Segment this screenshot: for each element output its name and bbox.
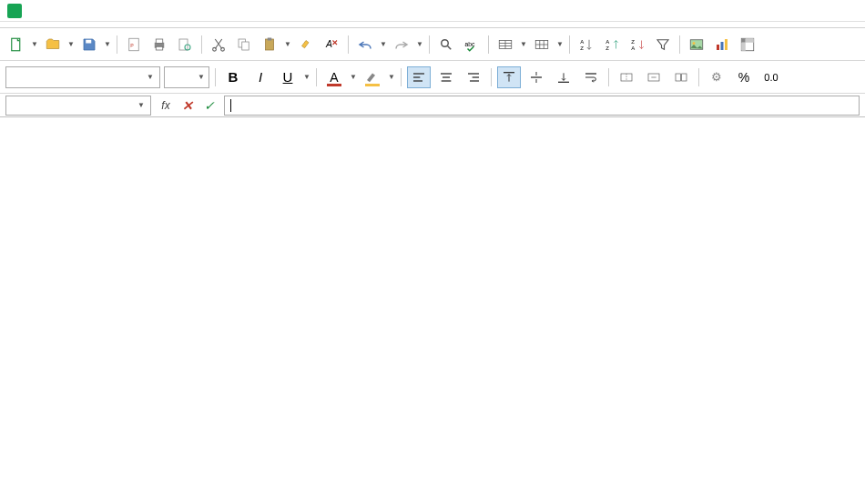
svg-rect-40	[746, 38, 754, 43]
sort-asc-button[interactable]: AZ	[601, 34, 623, 55]
svg-text:A: A	[606, 38, 609, 44]
svg-text:abc: abc	[465, 40, 476, 46]
svg-point-16	[442, 39, 449, 46]
wrap-text-button[interactable]	[579, 66, 603, 88]
redo-dropdown[interactable]: ▼	[416, 34, 423, 55]
svg-text:Z: Z	[606, 45, 609, 51]
svg-point-9	[213, 47, 217, 51]
svg-text:A: A	[580, 38, 584, 44]
svg-rect-5	[156, 39, 163, 44]
merge-across-button[interactable]	[642, 66, 666, 88]
italic-button[interactable]: I	[249, 66, 272, 88]
chevron-down-icon: ▼	[198, 73, 205, 81]
pivot-button[interactable]	[737, 34, 758, 55]
print-preview-button[interactable]	[174, 34, 196, 55]
cancel-button[interactable]: ✕	[177, 96, 198, 116]
align-bottom-button[interactable]	[552, 66, 575, 88]
chevron-down-icon: ▼	[137, 101, 145, 109]
accept-button[interactable]: ✓	[198, 96, 220, 116]
svg-text:P: P	[130, 43, 134, 48]
svg-rect-38	[741, 38, 746, 43]
svg-rect-14	[268, 37, 272, 40]
svg-rect-57	[676, 74, 680, 81]
sort-desc-button[interactable]: ZA	[626, 34, 648, 55]
formula-bar: ▼ fx ✕ ✓	[0, 94, 865, 117]
app-icon	[7, 4, 22, 18]
copy-button[interactable]	[233, 34, 255, 55]
svg-text:Z: Z	[631, 38, 635, 44]
clear-formatting-button[interactable]: A	[321, 34, 342, 55]
unmerge-button[interactable]	[669, 66, 693, 88]
font-color-button[interactable]: A	[322, 66, 346, 88]
spellcheck-button[interactable]: abc	[461, 34, 483, 55]
new-file-button[interactable]	[5, 34, 27, 55]
column-dropdown[interactable]: ▼	[556, 34, 564, 55]
titlebar	[0, 0, 865, 22]
print-button[interactable]	[148, 34, 170, 55]
svg-text:A: A	[631, 45, 635, 51]
font-name-combo[interactable]: ▼	[5, 66, 160, 88]
align-center-button[interactable]	[434, 66, 458, 88]
svg-rect-6	[156, 46, 163, 50]
formula-input[interactable]	[224, 96, 860, 116]
row-button[interactable]	[494, 34, 516, 55]
svg-text:A: A	[325, 38, 332, 49]
svg-rect-13	[266, 39, 274, 50]
svg-rect-39	[741, 42, 746, 50]
autofilter-button[interactable]	[652, 34, 674, 55]
align-top-button[interactable]	[497, 66, 521, 88]
svg-rect-1	[86, 39, 91, 43]
highlight-dropdown[interactable]: ▼	[388, 66, 395, 88]
function-wizard-button[interactable]: fx	[155, 96, 177, 116]
chevron-down-icon: ▼	[147, 73, 154, 81]
svg-rect-34	[717, 45, 719, 50]
save-dropdown[interactable]: ▼	[104, 34, 111, 55]
svg-text:Z: Z	[580, 45, 584, 51]
menubar	[0, 22, 865, 28]
open-button[interactable]	[42, 34, 64, 55]
export-pdf-button[interactable]: P	[123, 34, 145, 55]
underline-button[interactable]: U	[276, 66, 300, 88]
align-left-button[interactable]	[407, 66, 431, 88]
highlight-button[interactable]	[361, 66, 384, 88]
spreadsheet-grid[interactable]	[0, 117, 865, 134]
align-middle-button[interactable]	[524, 66, 548, 88]
percent-button[interactable]: %	[732, 66, 756, 88]
format-toolbar: ▼ ▼ B I U ▼ A ▼ ▼ ⚙ % 0.0	[0, 61, 865, 94]
insert-image-button[interactable]	[686, 34, 707, 55]
redo-button[interactable]	[391, 34, 412, 55]
svg-rect-58	[682, 74, 687, 81]
svg-point-33	[693, 42, 696, 45]
new-dropdown[interactable]: ▼	[31, 34, 38, 55]
currency-button[interactable]: ⚙	[705, 66, 728, 88]
svg-rect-36	[725, 39, 728, 50]
align-right-button[interactable]	[462, 66, 485, 88]
insert-chart-button[interactable]	[711, 34, 733, 55]
underline-dropdown[interactable]: ▼	[303, 66, 310, 88]
number-button[interactable]: 0.0	[759, 66, 783, 88]
paste-button[interactable]	[259, 34, 280, 55]
row-dropdown[interactable]: ▼	[520, 34, 527, 55]
find-button[interactable]	[435, 34, 457, 55]
column-button[interactable]	[531, 34, 553, 55]
undo-dropdown[interactable]: ▼	[380, 34, 387, 55]
svg-rect-35	[721, 42, 724, 50]
open-dropdown[interactable]: ▼	[67, 34, 75, 55]
clone-formatting-button[interactable]	[295, 34, 317, 55]
sort-button[interactable]: AZ	[575, 34, 597, 55]
merge-cells-button[interactable]	[615, 66, 638, 88]
undo-button[interactable]	[354, 34, 376, 55]
bold-button[interactable]: B	[221, 66, 245, 88]
font-size-combo[interactable]: ▼	[164, 66, 209, 88]
standard-toolbar: ▼ ▼ ▼ P ▼ A ▼ ▼ abc ▼ ▼ AZ AZ ZA	[0, 28, 865, 61]
save-button[interactable]	[78, 34, 100, 55]
paste-dropdown[interactable]: ▼	[284, 34, 291, 55]
cut-button[interactable]	[208, 34, 229, 55]
font-color-dropdown[interactable]: ▼	[350, 66, 357, 88]
svg-point-10	[221, 47, 225, 51]
name-box[interactable]: ▼	[5, 96, 151, 116]
svg-rect-12	[242, 42, 249, 50]
